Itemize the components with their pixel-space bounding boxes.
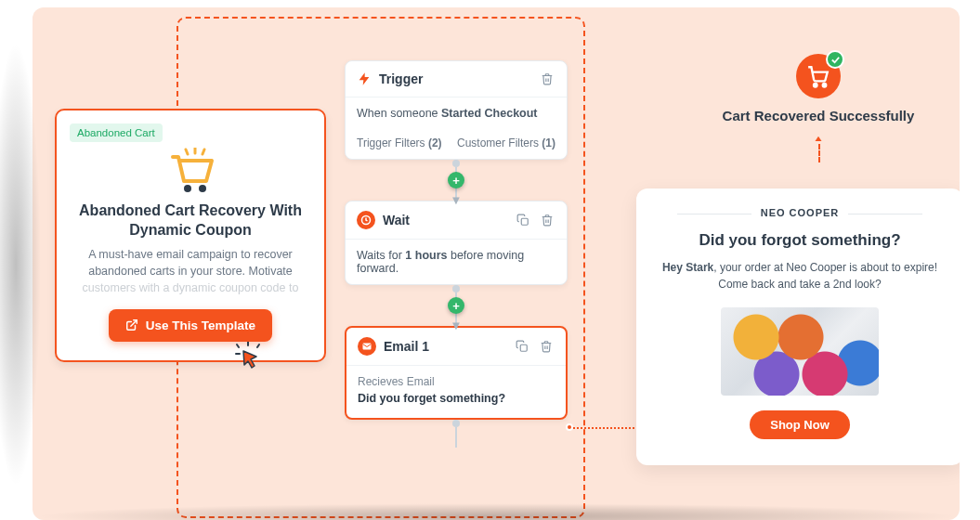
add-step-button[interactable]: + xyxy=(448,172,464,188)
svg-point-8 xyxy=(823,84,826,86)
use-template-label: Use This Template xyxy=(146,318,255,332)
svg-rect-4 xyxy=(521,218,528,225)
cart-icon xyxy=(165,148,216,192)
success-block: Cart Recovered Successfully xyxy=(698,54,939,161)
wait-body: Waits for 1 hours before moving forward. xyxy=(346,240,567,284)
click-cursor-icon xyxy=(234,342,262,370)
clock-icon xyxy=(357,211,375,229)
connector: ▼ + xyxy=(345,285,568,326)
mail-icon xyxy=(358,337,376,356)
trigger-footer: Trigger Filters (2) Customer Filters (1) xyxy=(346,129,567,159)
preview-link-line xyxy=(569,427,646,429)
delete-trigger-button[interactable] xyxy=(539,71,555,87)
copy-icon xyxy=(516,340,529,353)
trash-icon xyxy=(540,340,553,353)
delete-wait-button[interactable] xyxy=(539,212,555,228)
cart-recovered-badge xyxy=(796,54,841,98)
connector: ▼ + xyxy=(345,160,568,201)
success-arrow xyxy=(698,133,939,161)
connector xyxy=(345,420,568,448)
template-card: Abandoned Cart Abandoned Cart Recovery W… xyxy=(55,109,326,362)
trash-icon xyxy=(541,72,554,85)
email-node[interactable]: Email 1 Recieves Email Did you forget so… xyxy=(345,326,568,420)
delete-email-button[interactable] xyxy=(538,338,555,355)
svg-point-7 xyxy=(814,84,817,86)
email-headline: Did you forgot something? xyxy=(659,231,941,250)
trash-icon xyxy=(541,214,554,227)
product-image xyxy=(721,307,879,396)
automation-flow: Trigger When someone Started Checkout Tr… xyxy=(345,60,568,448)
template-description: A must-have email campaign to recover ab… xyxy=(73,246,307,296)
bolt-icon xyxy=(357,72,372,86)
link-dot xyxy=(566,423,573,431)
canvas: Abandoned Cart Abandoned Cart Recovery W… xyxy=(33,7,960,520)
duplicate-wait-button[interactable] xyxy=(515,212,531,228)
wait-node[interactable]: Wait Waits for 1 hours before moving for… xyxy=(345,201,568,285)
template-title: Abandoned Cart Recovery With Dynamic Cou… xyxy=(73,202,307,240)
shop-now-button[interactable]: Shop Now xyxy=(750,410,850,439)
use-template-button[interactable]: Use This Template xyxy=(109,309,272,342)
trigger-label: Trigger xyxy=(379,72,423,86)
template-tag: Abandoned Cart xyxy=(70,124,163,142)
external-link-icon xyxy=(125,318,138,332)
trigger-node[interactable]: Trigger When someone Started Checkout Tr… xyxy=(345,60,568,160)
svg-point-0 xyxy=(184,185,191,192)
wait-label: Wait xyxy=(383,213,410,228)
copy-icon xyxy=(516,214,529,227)
svg-point-1 xyxy=(199,185,206,192)
add-step-button[interactable]: + xyxy=(448,297,464,314)
checkmark-icon xyxy=(826,50,844,69)
svg-rect-6 xyxy=(520,344,527,351)
email-preview-card: NEO COOPER Did you forgot something? Hey… xyxy=(636,188,960,465)
email-label: Email 1 xyxy=(384,339,429,354)
success-title: Cart Recovered Successfully xyxy=(698,108,939,124)
trigger-body: When someone Started Checkout xyxy=(346,98,567,129)
cart-icon xyxy=(806,64,830,88)
email-body: Recieves Email Did you forget something? xyxy=(346,366,566,418)
svg-line-2 xyxy=(131,320,137,326)
email-body-text: Hey Stark, your order at Neo Cooper is a… xyxy=(659,259,941,292)
brand-name: NEO COOPER xyxy=(659,207,941,218)
duplicate-email-button[interactable] xyxy=(514,338,530,355)
